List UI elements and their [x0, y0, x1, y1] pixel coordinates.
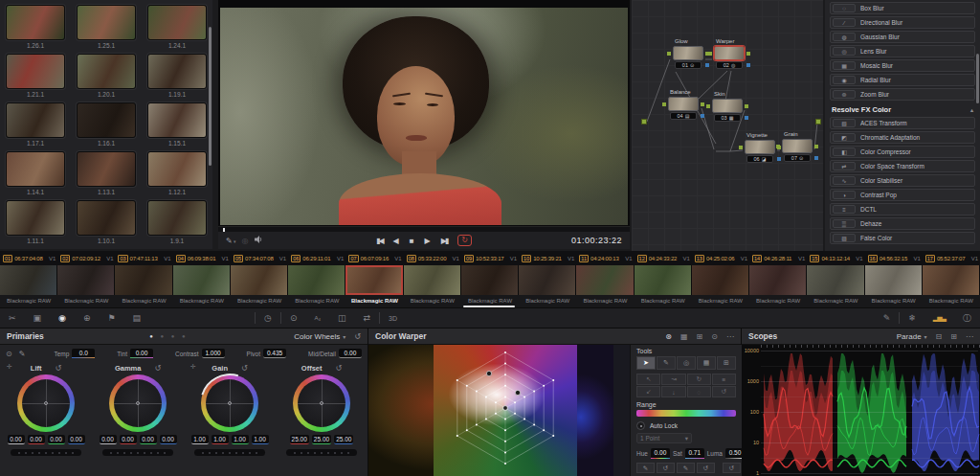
hue-picker-icon[interactable]: ✎ — [636, 463, 655, 473]
timeline-clip-thumbnail[interactable] — [749, 265, 807, 295]
expand-tool[interactable]: ⊞ — [717, 356, 736, 370]
wheel-value[interactable]: 25.00 — [312, 435, 331, 444]
window-icon[interactable]: ▣ — [33, 313, 42, 323]
wheel-value[interactable]: 1.00 — [232, 435, 249, 444]
wheel-value[interactable]: 1.00 — [191, 435, 209, 444]
auto-lock-toggle[interactable] — [636, 421, 645, 430]
gallery-item[interactable]: 1.20.1 — [71, 54, 142, 102]
reset-primaries-icon[interactable]: ↺ — [354, 332, 361, 341]
effect-item[interactable]: ◑Contrast Pop — [830, 189, 975, 201]
gallery-thumbnail[interactable] — [77, 151, 136, 187]
node-glow[interactable]: Glow01⊙ — [673, 46, 703, 69]
clip-codec-cell[interactable]: Blackmagic RAW — [404, 295, 461, 307]
gallery-item[interactable]: 1.25.1 — [71, 5, 142, 54]
gallery-thumbnail[interactable] — [147, 102, 207, 138]
node-mask-port[interactable] — [746, 63, 750, 67]
face-refinement-icon[interactable]: ⊙ — [290, 313, 298, 323]
gallery-thumbnail[interactable] — [6, 102, 65, 138]
color-wheel[interactable] — [109, 374, 167, 432]
warp-mode-icon[interactable]: ↙ — [636, 386, 660, 397]
node-input-port[interactable] — [739, 146, 743, 149]
gallery-item[interactable]: 1.21.1 — [0, 54, 71, 102]
hue-range-bar[interactable] — [636, 410, 736, 417]
gallery-thumbnail[interactable] — [147, 54, 207, 89]
gallery-item[interactable]: 1.9.1 — [142, 200, 212, 249]
tracker-icon[interactable]: ◉ — [58, 313, 66, 323]
effect-item[interactable]: ◎Lens Blur — [830, 45, 975, 57]
node-mask-port[interactable] — [777, 157, 781, 161]
warp-mode-icon[interactable]: ↖ — [636, 374, 660, 385]
timer-icon[interactable]: ◷ — [264, 313, 272, 323]
sat-reset-icon[interactable]: ↺ — [697, 463, 715, 473]
timeline-clip-thumbnail[interactable] — [519, 265, 576, 295]
timeline-clip-header[interactable]: 1604:56:32:15V1 — [865, 251, 923, 265]
info-icon[interactable]: ⓘ — [963, 312, 971, 325]
draw-tool[interactable]: ✎ — [657, 356, 676, 370]
node-mask-port[interactable] — [705, 63, 709, 67]
node-mask-port[interactable] — [701, 114, 704, 118]
node-input-port[interactable] — [662, 102, 666, 106]
hue-saturation-icon[interactable]: ⊛ — [665, 332, 672, 341]
node-grain[interactable]: Grain07⊙ — [782, 139, 813, 162]
clip-codec-cell[interactable]: Blackmagic RAW — [345, 295, 403, 307]
timeline-clip-header[interactable]: 0706:07:09:16V1 — [345, 251, 403, 265]
clip-codec-cell[interactable]: Blackmagic RAW — [749, 295, 807, 307]
timeline-clip-header[interactable]: 0805:33:22:00V1 — [404, 251, 461, 265]
wheel-center-dot[interactable] — [44, 401, 48, 405]
timeline-clip-header[interactable]: 0606:29:11:01V1 — [288, 251, 345, 265]
wheel-reset-icon[interactable]: ↺ — [241, 364, 248, 373]
node-tree-output[interactable] — [815, 119, 821, 125]
settings-icon[interactable]: ⊙ — [711, 332, 718, 341]
audio-mute-icon[interactable] — [255, 236, 263, 245]
wheel-value[interactable]: 0.00 — [100, 435, 117, 444]
gallery-item[interactable]: 1.16.1 — [71, 102, 142, 151]
timeline-clip-thumbnail[interactable] — [865, 265, 923, 295]
wheel-value[interactable]: 1.00 — [252, 435, 269, 444]
node-input-port[interactable] — [667, 52, 671, 56]
wheel-value[interactable]: 25.00 — [334, 435, 353, 444]
wheel-reset-icon[interactable]: ↺ — [55, 364, 61, 373]
warp-mode-icon[interactable]: ↝ — [661, 374, 685, 385]
gallery-item[interactable]: 1.26.1 — [0, 5, 71, 54]
gallery-thumbnail[interactable] — [6, 5, 65, 40]
stop-icon[interactable]: ■ — [410, 237, 414, 245]
warp-mode-icon[interactable]: ↓ — [661, 386, 685, 397]
grid-icon[interactable]: ▦ — [680, 332, 688, 341]
effect-item[interactable]: ∕Directional Blur — [830, 16, 975, 29]
loop-icon[interactable]: ↻ — [457, 235, 472, 246]
node-graph[interactable]: ⊕ Glow01⊙Warper02◎Balance04▤Skin03▦Vigne… — [632, 0, 823, 251]
play-icon[interactable]: ▶ — [425, 237, 431, 245]
timeline-clip-thumbnail[interactable] — [635, 265, 692, 295]
clip-codec-cell[interactable]: Blackmagic RAW — [231, 295, 288, 307]
gallery-item[interactable]: 1.12.1 — [142, 151, 212, 200]
effect-item[interactable]: ▦Mosaic Blur — [830, 59, 975, 72]
warp-mode-icon[interactable]: ◌ — [687, 386, 711, 397]
timeline-clip-thumbnail[interactable] — [173, 265, 231, 295]
clip-codec-cell[interactable]: Blackmagic RAW — [519, 295, 576, 307]
effect-item[interactable]: ▧ACES Transform — [830, 117, 975, 129]
timeline-clip-header[interactable]: 1104:24:00:13V1 — [576, 251, 634, 265]
gallery-thumbnail[interactable] — [6, 151, 65, 187]
clip-codec-cell[interactable]: Blackmagic RAW — [288, 295, 345, 307]
clip-codec-cell[interactable]: Blackmagic RAW — [692, 295, 749, 307]
warp-mode-icon[interactable]: ↻ — [687, 374, 711, 385]
wheel-value[interactable]: 1.00 — [212, 435, 229, 444]
scope-fullscreen-icon[interactable]: ⊞ — [950, 332, 957, 341]
node-input-port[interactable] — [776, 145, 780, 148]
luma-reset-icon[interactable]: ↺ — [723, 463, 741, 473]
gallery-thumbnail[interactable] — [147, 151, 207, 187]
master-wheel-slider[interactable] — [194, 449, 266, 456]
node-input-port[interactable] — [706, 104, 710, 108]
wheel-value[interactable]: 0.00 — [28, 435, 45, 444]
page-dots[interactable]: ● ● ● ● — [44, 333, 295, 339]
gallery-thumbnail[interactable] — [6, 200, 65, 236]
gallery-item[interactable]: 1.14.1 — [0, 151, 71, 200]
timeline-clip-header[interactable]: 1304:25:02:06V1 — [692, 251, 749, 265]
gallery-item[interactable]: 1.10.1 — [71, 200, 142, 249]
histogram-icon[interactable]: ▂▅▃ — [933, 314, 946, 322]
grab-still-icon[interactable]: ◎ — [242, 237, 249, 245]
timeline-clip-header[interactable]: 0307:47:11:13V1 — [115, 251, 172, 265]
gallery-thumbnail[interactable] — [77, 54, 136, 89]
node-output-port[interactable] — [814, 145, 818, 148]
effects-scrollbar[interactable] — [976, 54, 979, 103]
